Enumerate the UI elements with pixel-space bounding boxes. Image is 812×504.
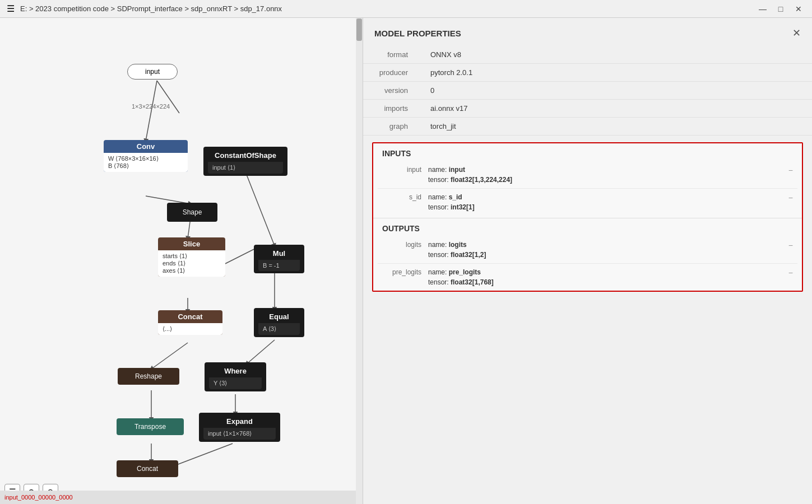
node-conv-body: W ⟨768×3×16×16⟩ B ⟨768⟩ — [104, 153, 188, 172]
node-shape[interactable]: Shape — [167, 203, 217, 222]
table-row: formatONNX v8 — [363, 46, 812, 64]
prop-value: ONNX v8 — [419, 46, 812, 64]
prop-key: version — [363, 82, 419, 100]
output-item: pre_logits name: pre_logits tensor: floa… — [378, 264, 797, 291]
properties-close-button[interactable]: ✕ — [792, 27, 801, 39]
prop-key: imports — [363, 100, 419, 118]
io-tensor: tensor: float32[1,2] — [428, 250, 784, 260]
io-name: name: input — [428, 165, 784, 175]
prop-value: ai.onnx v17 — [419, 100, 812, 118]
close-window-button[interactable]: ✕ — [792, 2, 805, 16]
properties-header: MODEL PROPERTIES ✕ — [363, 18, 812, 46]
io-label: input — [378, 165, 428, 185]
io-details: name: pre_logits tensor: float32[1,768] — [428, 267, 784, 287]
graph-scroll-thumb[interactable] — [356, 18, 362, 41]
prop-key: producer — [363, 64, 419, 82]
node-equal-body: A ⟨3⟩ — [258, 323, 300, 335]
table-row: version0 — [363, 82, 812, 100]
io-label: logits — [378, 240, 428, 260]
svg-line-0 — [146, 81, 157, 141]
graph-status-text: input_0000_00000_0000 — [4, 494, 73, 501]
node-expand-title: Expand — [203, 415, 276, 428]
outputs-list: logits name: logits tensor: float32[1,2]… — [373, 236, 802, 291]
dim-label: 1×3×224×224 — [132, 103, 170, 110]
title-bar: ☰ E: > 2023 competition code > SDPrompt_… — [0, 0, 812, 18]
node-equal-title: Equal — [258, 310, 300, 323]
node-conv[interactable]: Conv W ⟨768×3×16×16⟩ B ⟨768⟩ — [104, 140, 188, 172]
table-row: producerpytorch 2.0.1 — [363, 64, 812, 82]
node-slice-title: Slice — [158, 237, 225, 250]
io-section: INPUTS input name: input tensor: float32… — [372, 142, 803, 292]
node-slice[interactable]: Slice starts ⟨1⟩ ends ⟨1⟩ axes ⟨1⟩ — [158, 237, 225, 277]
node-expand-body: input ⟨1×1×768⟩ — [203, 428, 276, 440]
io-label: s_id — [378, 192, 428, 212]
node-reshape-label: Reshape — [135, 372, 162, 380]
io-details: name: input tensor: float32[1,3,224,224] — [428, 165, 784, 185]
inputs-title: INPUTS — [373, 143, 802, 161]
node-reshape[interactable]: Reshape — [118, 368, 179, 385]
svg-line-9 — [247, 340, 275, 364]
node-mul-body: B = -1 — [258, 260, 300, 271]
prop-value: torch_jit — [419, 118, 812, 136]
window-controls: — □ ✕ — [756, 2, 805, 16]
node-mul-title: Mul — [258, 247, 300, 260]
io-tensor: tensor: int32[1] — [428, 202, 784, 212]
io-tensor: tensor: float32[1,768] — [428, 277, 784, 287]
node-transpose[interactable]: Transpose — [117, 418, 184, 435]
node-constantofshape[interactable]: ConstantOfShape input ⟨1⟩ — [203, 147, 287, 176]
table-row: graphtorch_jit — [363, 118, 812, 136]
node-concat1[interactable]: Concat ⟨...⟩ — [158, 310, 222, 335]
node-mul[interactable]: Mul B = -1 — [254, 245, 304, 273]
io-name: name: pre_logits — [428, 267, 784, 277]
io-tensor: tensor: float32[1,3,224,224] — [428, 175, 784, 185]
table-row: importsai.onnx v17 — [363, 100, 812, 118]
node-conv-title: Conv — [104, 140, 188, 153]
io-details: name: s_id tensor: int32[1] — [428, 192, 784, 212]
io-dash: − — [784, 240, 797, 260]
hamburger-icon[interactable]: ☰ — [7, 3, 15, 14]
node-where-body: Y ⟨3⟩ — [209, 377, 262, 389]
graph-canvas[interactable]: input 1×3×224×224 Conv W ⟨768×3×16×16⟩ B… — [0, 18, 356, 504]
restore-button[interactable]: □ — [774, 2, 787, 16]
prop-key: format — [363, 46, 419, 64]
io-name: name: logits — [428, 240, 784, 250]
node-input-label: input — [145, 68, 160, 76]
node-constantofshape-title: ConstantOfShape — [208, 149, 283, 162]
node-concat1-body: ⟨...⟩ — [158, 323, 222, 335]
node-shape-label: Shape — [171, 205, 213, 220]
graph-panel: input 1×3×224×224 Conv W ⟨768×3×16×16⟩ B… — [0, 18, 363, 504]
io-label: pre_logits — [378, 267, 428, 287]
node-constantofshape-body: input ⟨1⟩ — [208, 162, 283, 174]
svg-line-8 — [151, 343, 188, 369]
prop-value: pytorch 2.0.1 — [419, 64, 812, 82]
node-input[interactable]: input — [127, 64, 178, 80]
node-where[interactable]: Where Y ⟨3⟩ — [205, 362, 266, 391]
prop-key: graph — [363, 118, 419, 136]
node-concat2-label: Concat — [137, 465, 158, 473]
minimize-button[interactable]: — — [756, 2, 769, 16]
node-expand[interactable]: Expand input ⟨1×1×768⟩ — [199, 413, 280, 442]
node-concat1-title: Concat — [158, 310, 222, 323]
io-details: name: logits tensor: float32[1,2] — [428, 240, 784, 260]
svg-line-4 — [247, 175, 275, 246]
input-item: input name: input tensor: float32[1,3,22… — [378, 161, 797, 189]
input-item: s_id name: s_id tensor: int32[1] − — [378, 189, 797, 216]
breadcrumb: E: > 2023 competition code > SDPrompt_in… — [20, 4, 282, 13]
properties-panel: MODEL PROPERTIES ✕ formatONNX v8producer… — [363, 18, 812, 504]
inputs-list: input name: input tensor: float32[1,3,22… — [373, 161, 802, 216]
svg-line-13 — [174, 444, 233, 466]
output-item: logits name: logits tensor: float32[1,2]… — [378, 236, 797, 264]
graph-scrollbar[interactable] — [356, 18, 363, 504]
node-where-title: Where — [209, 365, 262, 377]
node-equal[interactable]: Equal A ⟨3⟩ — [254, 308, 304, 337]
node-concat2[interactable]: Concat — [117, 460, 178, 477]
io-name: name: s_id — [428, 192, 784, 202]
io-dash: − — [784, 267, 797, 287]
node-slice-body: starts ⟨1⟩ ends ⟨1⟩ axes ⟨1⟩ — [158, 250, 225, 277]
properties-title: MODEL PROPERTIES — [374, 29, 461, 38]
outputs-title: OUTPUTS — [373, 218, 802, 236]
io-dash: − — [784, 165, 797, 185]
prop-value: 0 — [419, 82, 812, 100]
graph-status-bar: input_0000_00000_0000 — [0, 491, 356, 504]
io-dash: − — [784, 192, 797, 212]
